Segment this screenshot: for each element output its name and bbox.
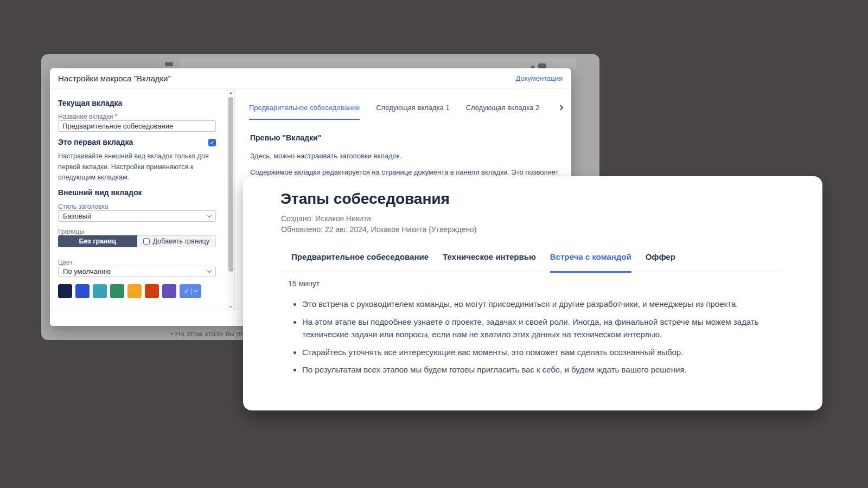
tabs-scroll-right-button[interactable] (559, 106, 563, 110)
settings-scrollbar[interactable]: ▲ ▼ (227, 88, 234, 311)
updated-by-text: Обновлено: 22 авг. 2024, Искаков Никита … (281, 225, 476, 234)
page-title: Этапы собеседования (280, 190, 450, 208)
interview-stages-card: Этапы собеседования Создано: Искаков Ник… (243, 176, 822, 410)
preview-paragraph-2: Содержимое вкладки редактируется на стра… (250, 168, 559, 176)
doc-tab-offer[interactable]: Оффер (646, 252, 675, 272)
color-value: По умолчанию (63, 267, 208, 275)
list-item: Это встреча с руководителем команды, но … (302, 298, 772, 311)
header-style-label: Стиль заголовка (58, 203, 108, 210)
scrollbar-down-arrow-icon[interactable]: ▼ (227, 305, 234, 309)
duration-text: 15 минут (288, 279, 320, 288)
document-tab-bar: Предварительное собеседование Техническо… (280, 252, 781, 272)
doc-tab-team-meeting[interactable]: Встреча с командой (550, 252, 631, 273)
color-label: Цвет (58, 259, 73, 266)
preview-tab-1[interactable]: Предварительное собеседование (249, 104, 360, 120)
preview-paragraph-1: Здесь, можно настраивать заголовки вклад… (250, 152, 401, 160)
chevron-right-icon (558, 105, 564, 111)
color-swatch-blue[interactable] (75, 284, 90, 298)
preview-tab-bar: Предварительное собеседование Следующая … (249, 104, 550, 120)
tab-name-label: Название вкладки * (58, 113, 117, 120)
header-style-select[interactable]: Базовый (58, 210, 216, 222)
add-border-option[interactable]: Добавить границу (137, 235, 216, 247)
first-tab-help-text: Настраивайте внешний вид вкладок только … (58, 151, 214, 183)
dialog-title: Настройки макроса "Вкладки" (58, 74, 171, 83)
split-divider (192, 287, 192, 295)
header-style-value: Базовый (63, 212, 208, 220)
preview-tab-2[interactable]: Следующая вкладка 1 (376, 104, 450, 120)
color-swatch-green[interactable] (110, 284, 124, 298)
color-swatch-red[interactable] (145, 284, 159, 298)
borders-label: Границы (58, 228, 84, 235)
settings-pane: Текущая вкладка Название вкладки * Это п… (50, 88, 235, 311)
color-select[interactable]: По умолчанию (58, 266, 216, 277)
chevron-down-icon (194, 288, 197, 292)
add-border-checkbox[interactable] (143, 238, 150, 245)
color-swatch-navy[interactable] (58, 284, 72, 298)
add-border-option-label: Добавить границу (153, 237, 209, 245)
preview-heading: Превью "Вкладки" (250, 133, 321, 142)
list-item: Старайтесь уточнять все интересующие вас… (302, 346, 772, 359)
color-swatch-purple[interactable] (162, 284, 176, 298)
created-by-text: Создано: Искаков Никита (281, 214, 371, 223)
first-tab-label: Это первая вкладка (58, 138, 133, 146)
section-current-tab: Текущая вкладка (58, 99, 122, 107)
dialog-header: Настройки макроса "Вкладки" Документация (50, 68, 571, 88)
color-swatch-teal[interactable] (93, 284, 107, 298)
required-asterisk: * (115, 113, 118, 120)
section-appearance: Внешний вид вкладок (58, 188, 142, 197)
documentation-link[interactable]: Документация (516, 74, 563, 82)
borders-segmented-control: Без границ Добавить границу (58, 235, 216, 247)
scrollbar-thumb[interactable] (228, 97, 233, 272)
chevron-down-icon (207, 213, 212, 217)
check-icon: ✓ (184, 287, 189, 295)
background-toolbar-fragment (165, 62, 173, 66)
doc-tab-technical[interactable]: Техническое интервью (443, 252, 536, 272)
bullet-list: Это встреча с руководителем команды, но … (288, 298, 772, 376)
scrollbar-up-arrow-icon[interactable]: ▲ (227, 91, 234, 94)
first-tab-checkbox[interactable]: ✓ (208, 139, 216, 146)
tab-name-input[interactable] (58, 120, 216, 132)
list-item: По результатам всех этапов мы будем гото… (302, 363, 772, 376)
doc-tab-preliminary[interactable]: Предварительное собеседование (291, 252, 429, 272)
tab-content: Это встреча с руководителем команды, но … (288, 298, 772, 381)
background-toolbar (179, 58, 576, 69)
preview-tab-3[interactable]: Следующая вкладка 2 (466, 104, 540, 120)
desktop: • На этом этапе вы под Настройки макроса… (0, 0, 868, 488)
list-item: На этом этапе вы подробнее узнаете о про… (302, 316, 772, 341)
color-swatch-row: ✓ (58, 284, 201, 298)
color-swatch-orange[interactable] (127, 284, 142, 298)
chevron-down-icon (207, 268, 212, 273)
color-confirm-split-button[interactable]: ✓ (180, 284, 201, 298)
no-border-option[interactable]: Без границ (58, 235, 137, 247)
